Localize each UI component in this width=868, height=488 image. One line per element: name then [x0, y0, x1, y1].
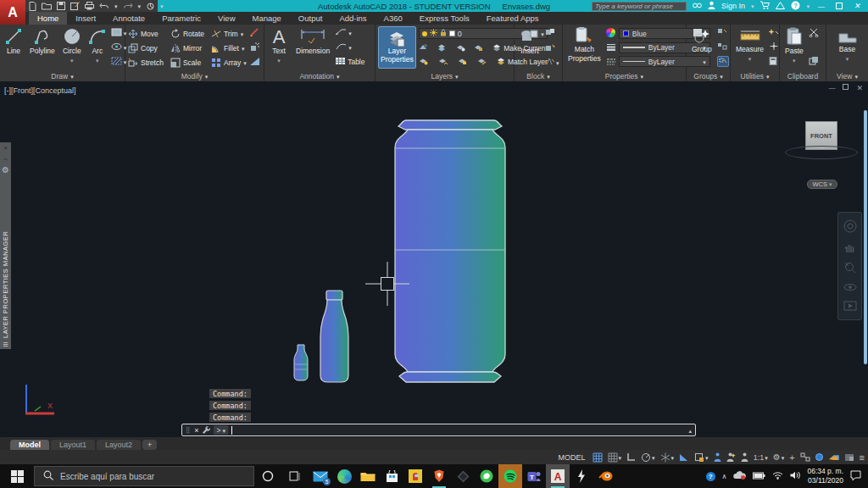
microsoft-store-icon[interactable] — [380, 464, 403, 488]
close-button[interactable] — [851, 1, 863, 11]
plot-icon[interactable] — [85, 2, 94, 10]
linetype-icon[interactable] — [606, 58, 616, 67]
create-block-icon[interactable] — [545, 28, 559, 38]
ungroup-icon[interactable] — [717, 28, 729, 37]
mleader-caret-icon[interactable] — [348, 43, 352, 52]
text-button[interactable]: AText — [267, 26, 291, 69]
ellipse-icon[interactable] — [111, 42, 122, 53]
quick-select-icon[interactable] — [769, 28, 779, 37]
annotation-autoscale-toggle[interactable] — [726, 452, 736, 462]
graphics-performance-toggle[interactable] — [815, 453, 823, 461]
tab-express-tools[interactable]: Express Tools — [411, 12, 478, 25]
group-edit-icon[interactable] — [717, 42, 729, 52]
cut-scissors-icon[interactable] — [809, 28, 819, 39]
block-caret-icon[interactable] — [556, 58, 559, 67]
array-button[interactable]: Array — [211, 58, 247, 68]
layer-properties-button[interactable]: Layer Properties — [378, 26, 416, 69]
sign-in-caret-icon[interactable] — [751, 2, 754, 10]
wcs-dropdown[interactable]: WCS — [807, 180, 837, 189]
among-us-app-icon[interactable] — [403, 464, 427, 488]
taskbar-search[interactable] — [34, 466, 254, 486]
panel-title-utilities[interactable]: Utilities — [731, 70, 779, 81]
panel-title-properties[interactable]: Properties — [563, 70, 686, 81]
table-button[interactable]: Table — [335, 57, 364, 67]
panel-title-layers[interactable]: Layers — [376, 70, 514, 81]
layer-freeze-sun-icon[interactable] — [430, 29, 437, 38]
polyline-button[interactable]: Polyline — [27, 26, 58, 69]
fillet-button[interactable]: Fillet — [211, 43, 247, 53]
tab-addins[interactable]: Add-ins — [331, 12, 375, 25]
save-as-icon[interactable] — [70, 2, 80, 10]
action-center-icon[interactable] — [850, 470, 861, 482]
clean-screen-button[interactable] — [844, 453, 854, 462]
layer-freeze-icon[interactable] — [456, 43, 465, 53]
taskbar-search-input[interactable] — [60, 472, 245, 481]
quick-properties-toggle[interactable] — [800, 452, 810, 462]
calculator-icon[interactable] — [769, 57, 779, 67]
gradient-icon[interactable] — [249, 57, 260, 68]
battery-tray-icon[interactable] — [753, 472, 765, 481]
color-wheel-icon[interactable] — [606, 28, 616, 37]
lightning-app-icon[interactable] — [570, 464, 593, 488]
cortana-button[interactable] — [254, 464, 281, 488]
canvas-scrollbar[interactable] — [864, 110, 867, 364]
new-file-icon[interactable] — [29, 2, 36, 11]
paste-button[interactable]: Paste — [782, 26, 806, 69]
trim-caret-icon[interactable] — [241, 30, 244, 38]
lineweight-icon[interactable] — [606, 43, 616, 53]
sign-in-button[interactable]: Sign In — [721, 2, 745, 10]
fillet-caret-icon[interactable] — [242, 44, 245, 53]
command-drag-handle[interactable]: ⣿ — [186, 427, 191, 434]
drawing-bottle-small[interactable] — [294, 345, 308, 380]
panel-title-block[interactable]: Block — [515, 70, 562, 81]
command-prompt-chip[interactable]: > — [214, 425, 227, 435]
tab-featured-apps[interactable]: Featured Apps — [478, 12, 548, 25]
polar-tracking-toggle[interactable] — [641, 452, 655, 463]
palette-close-icon[interactable]: × — [0, 142, 11, 153]
tab-manage[interactable]: Manage — [244, 12, 290, 25]
layer-off-icon[interactable] — [419, 43, 428, 53]
leader-icon[interactable] — [335, 28, 347, 37]
leader-caret-icon[interactable] — [348, 29, 352, 37]
panel-title-annotation[interactable]: Annotation — [264, 70, 375, 81]
minimize-button[interactable] — [815, 1, 827, 11]
brave-app-icon[interactable] — [427, 464, 451, 488]
layer-on-bulb-icon[interactable] — [422, 31, 427, 36]
palette-autohide-icon[interactable]: ⇔ — [0, 153, 11, 164]
panel-title-view[interactable]: View — [826, 70, 868, 81]
rotate-button[interactable]: Rotate — [170, 29, 204, 39]
hidden-icons-chevron[interactable] — [722, 472, 727, 480]
drawing-bottle-large[interactable] — [320, 291, 348, 382]
command-line[interactable]: ⣿ × > — [181, 424, 696, 436]
file-explorer-icon[interactable] — [356, 464, 380, 488]
panel-title-clipboard[interactable]: Clipboard — [780, 70, 826, 81]
workspace-switching-button[interactable] — [773, 452, 784, 462]
mail-app-icon[interactable]: 5 — [309, 464, 332, 488]
palette-settings-icon[interactable] — [0, 164, 11, 175]
tab-output[interactable]: Output — [290, 12, 331, 25]
ortho-toggle[interactable] — [626, 452, 636, 462]
workspace-icon[interactable] — [146, 3, 155, 10]
help-search-input[interactable] — [592, 2, 687, 11]
base-view-button[interactable]: Base — [835, 26, 860, 69]
mirror-button[interactable]: Mirror — [170, 43, 204, 53]
application-menu-button[interactable]: A — [0, 0, 25, 25]
snap-toggle[interactable] — [608, 452, 622, 463]
copy-button[interactable]: Copy — [128, 43, 164, 53]
layer-on-tool-icon[interactable] — [419, 57, 428, 67]
tab-layout2[interactable]: Layout2 — [97, 440, 141, 450]
dimension-button[interactable]: Dimension — [293, 26, 332, 69]
edit-block-icon[interactable] — [545, 43, 559, 53]
task-view-button[interactable] — [281, 464, 309, 488]
onedrive-tray-icon[interactable] — [733, 471, 746, 481]
block-attributes-icon[interactable] — [545, 58, 554, 67]
circle-caret-icon[interactable] — [70, 56, 74, 64]
erase-icon[interactable] — [249, 28, 260, 39]
spotify-app-icon[interactable] — [498, 464, 522, 488]
base-caret-icon[interactable] — [846, 54, 849, 63]
tab-layout1[interactable]: Layout1 — [51, 440, 95, 450]
game-diamond-app-icon[interactable] — [451, 464, 475, 488]
group-selection-toggle[interactable] — [717, 56, 729, 67]
drawing-can[interactable] — [395, 120, 505, 382]
panel-title-groups[interactable]: Groups — [687, 70, 730, 81]
